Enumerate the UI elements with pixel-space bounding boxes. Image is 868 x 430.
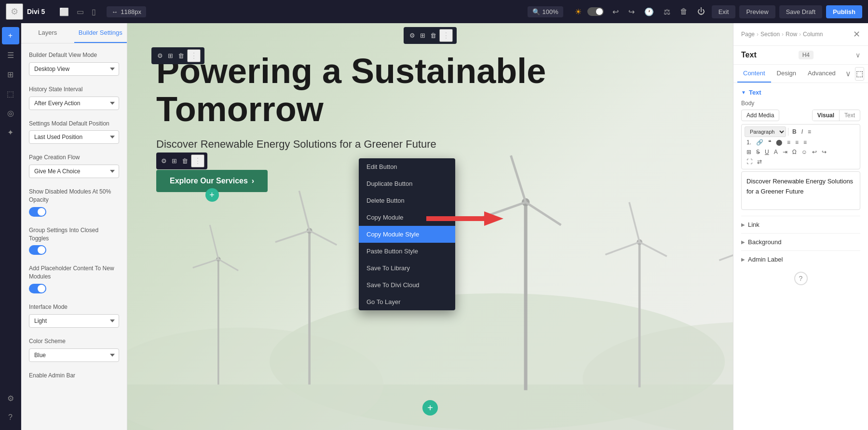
align-right-btn[interactable]: ≡ — [793, 138, 800, 147]
add-row-btn[interactable]: + — [422, 400, 438, 416]
layout-btn[interactable]: ⚖ — [661, 5, 673, 18]
text-duplicate-btn[interactable]: ⊞ — [166, 51, 175, 60]
font-color-btn[interactable]: A — [772, 148, 780, 156]
background-section[interactable]: ▶ Background — [741, 233, 860, 250]
section-settings-btn[interactable]: ⚙ — [407, 31, 417, 40]
help-btn[interactable]: ? — [794, 272, 808, 285]
admin-label-section[interactable]: ▶ Admin Label — [741, 250, 860, 268]
visual-tab-btn[interactable]: Visual — [813, 110, 840, 121]
context-save-cloud-btn[interactable]: Save To Divi Cloud — [359, 277, 455, 293]
context-edit-btn[interactable]: Edit Button — [359, 158, 455, 175]
quote-btn[interactable]: ❝ — [766, 138, 773, 147]
emoji-btn[interactable]: ☺ — [800, 148, 809, 156]
align-justify-btn[interactable]: ≡ — [801, 138, 809, 147]
gear-btn[interactable]: ⚙ — [6, 3, 23, 20]
breadcrumb-page[interactable]: Page — [741, 31, 755, 38]
preview-btn[interactable]: Preview — [739, 5, 775, 18]
btn-duplicate-icon-btn[interactable]: ⊞ — [170, 154, 179, 167]
theme-toggle[interactable]: ☀ — [575, 7, 582, 16]
add-module-btn[interactable]: + — [2, 27, 19, 44]
breadcrumb-column[interactable]: Column — [803, 31, 823, 38]
redo-btn[interactable]: ↪ — [625, 5, 637, 18]
exit-btn[interactable]: Exit — [712, 5, 736, 18]
indent-btn[interactable]: ⇥ — [781, 148, 789, 156]
fullscreen-btn[interactable]: ⛶ — [745, 157, 754, 166]
layers-icon-btn[interactable]: ☰ — [2, 46, 19, 64]
rtl-btn[interactable]: ⇄ — [755, 157, 764, 166]
bold-btn[interactable]: B — [790, 127, 799, 136]
add-media-btn[interactable]: Add Media — [741, 110, 779, 121]
panel-expand-btn[interactable]: ⬚ — [855, 67, 864, 81]
settings-modal-select[interactable]: Last Used Position — [29, 130, 119, 144]
ordered-list-btn[interactable]: 1. — [745, 138, 753, 147]
context-delete-btn[interactable]: Delete Button — [359, 192, 455, 209]
publish-btn[interactable]: Publish — [826, 5, 862, 18]
text-delete-btn[interactable]: 🗑 — [176, 51, 186, 60]
panel-options-btn[interactable]: ∨ — [841, 65, 855, 82]
tablet-btn[interactable]: ▭ — [74, 5, 87, 18]
editor-redo-btn[interactable]: ↪ — [820, 148, 828, 156]
context-paste-style-btn[interactable]: Paste Button Style — [359, 243, 455, 260]
breadcrumb-row[interactable]: Row — [786, 31, 797, 38]
builder-view-select[interactable]: Desktop View — [29, 62, 119, 76]
section-duplicate-btn[interactable]: ⊞ — [418, 31, 427, 40]
context-go-layer-btn[interactable]: Go To Layer — [359, 293, 455, 310]
add-module-below-btn[interactable]: + — [205, 188, 219, 202]
desktop-btn[interactable]: ⬜ — [56, 5, 72, 18]
breadcrumb-section[interactable]: Section — [760, 31, 780, 38]
list-btn[interactable]: ≡ — [806, 127, 813, 136]
group-settings-toggle[interactable] — [29, 245, 46, 255]
trash-btn[interactable]: 🗑 — [677, 5, 691, 18]
dark-mode-toggle[interactable] — [587, 7, 604, 16]
history-btn[interactable]: 🕐 — [641, 5, 657, 18]
settings-btn[interactable]: ⚙ — [2, 389, 19, 407]
btn-delete-btn[interactable]: 🗑 — [180, 154, 190, 167]
right-panel-close-btn[interactable]: ✕ — [853, 29, 860, 40]
interface-mode-select[interactable]: Light — [29, 314, 119, 328]
btn-more-btn[interactable]: ⋮ — [191, 154, 204, 167]
undo-btn[interactable]: ↩ — [610, 5, 622, 18]
btn-settings-btn[interactable]: ⚙ — [159, 154, 169, 167]
table-btn[interactable]: ⊞ — [745, 148, 753, 156]
context-save-library-btn[interactable]: Save To Library — [359, 260, 455, 277]
text-settings-btn[interactable]: ⚙ — [155, 51, 165, 60]
portability-btn[interactable]: ✦ — [2, 124, 19, 141]
tab-builder-settings[interactable]: Builder Settings — [74, 23, 127, 43]
editor-undo-btn[interactable]: ↩ — [810, 148, 819, 156]
context-duplicate-btn[interactable]: Duplicate Button — [359, 175, 455, 192]
editor-content[interactable]: Discover Renewable Energy Solutions for … — [741, 171, 860, 210]
section-more-btn[interactable]: ⋮ — [439, 29, 453, 42]
width-pill[interactable]: ↔ 1188px — [107, 6, 146, 17]
tab-layers[interactable]: Layers — [21, 23, 74, 43]
section-delete-btn[interactable]: 🗑 — [428, 31, 438, 40]
link-section[interactable]: ▶ Link — [741, 216, 860, 233]
disabled-modules-toggle[interactable] — [29, 207, 46, 217]
underline-btn[interactable]: U — [763, 148, 771, 156]
page-creation-select[interactable]: Give Me A Choice — [29, 165, 119, 178]
text-section-header[interactable]: ▼ Text — [741, 89, 860, 96]
align-center-btn[interactable]: ≡ — [785, 138, 792, 147]
mobile-btn[interactable]: ▯ — [89, 5, 99, 18]
help-icon-btn[interactable]: ? — [2, 409, 19, 426]
templates-btn[interactable]: ⬚ — [2, 85, 19, 102]
color-scheme-select[interactable]: Blue — [29, 348, 119, 362]
strikethrough-btn[interactable]: S̶ — [754, 148, 762, 156]
align-left-btn[interactable]: ⬤ — [774, 138, 784, 147]
text-more-btn[interactable]: ⋮ — [187, 49, 201, 62]
zoom-pill[interactable]: 🔍 100% — [528, 6, 563, 17]
tab-content[interactable]: Content — [737, 65, 771, 83]
global-btn[interactable]: ◎ — [2, 104, 19, 122]
paragraph-select[interactable]: Paragraph — [745, 126, 786, 137]
history-state-select[interactable]: After Every Action — [29, 97, 119, 110]
power-btn[interactable]: ⏻ — [694, 5, 708, 18]
module-tag-expand-btn[interactable]: ∨ — [855, 51, 860, 59]
special-char-btn[interactable]: Ω — [790, 148, 799, 156]
text-tab-btn[interactable]: Text — [840, 110, 860, 121]
link-btn[interactable]: 🔗 — [754, 138, 765, 147]
tab-design[interactable]: Design — [771, 65, 802, 83]
tab-advanced[interactable]: Advanced — [802, 65, 841, 83]
save-draft-btn[interactable]: Save Draft — [779, 5, 822, 18]
placeholder-toggle[interactable] — [29, 284, 46, 293]
italic-btn[interactable]: I — [800, 127, 805, 136]
search-icon-btn[interactable]: ⊞ — [2, 66, 19, 83]
